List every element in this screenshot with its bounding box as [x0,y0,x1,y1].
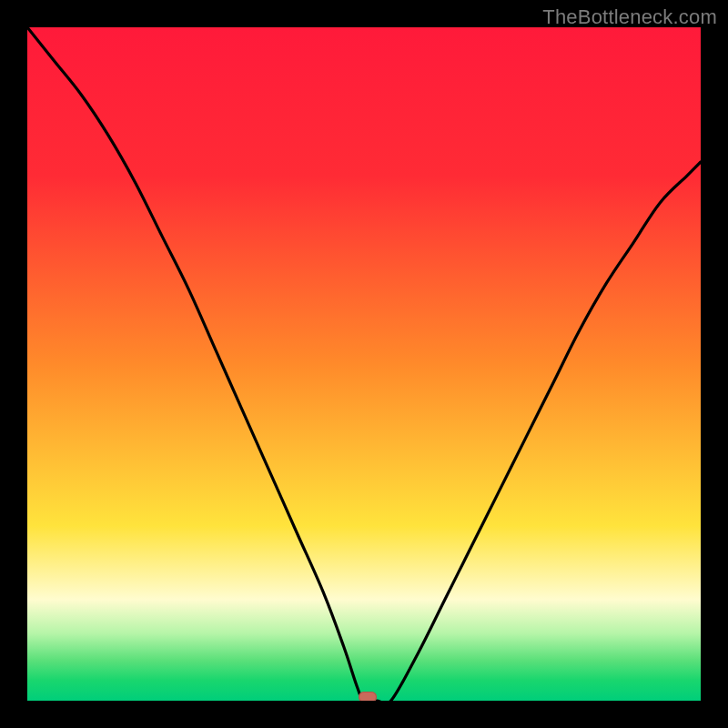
curve-svg [27,27,701,701]
watermark-text: TheBottleneck.com [542,5,717,29]
chart-frame: TheBottleneck.com [0,0,728,728]
optimum-marker [359,692,377,701]
plot-area [27,27,701,701]
bottleneck-curve [27,27,701,701]
